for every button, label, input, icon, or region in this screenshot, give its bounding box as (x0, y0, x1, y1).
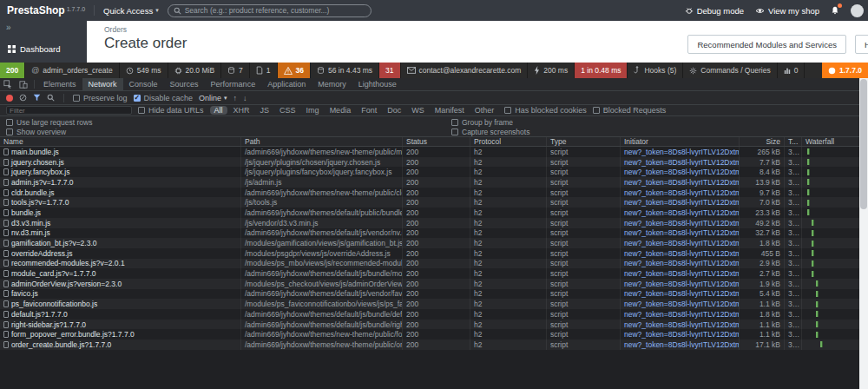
missing-translations-segment[interactable]: 31 (379, 63, 400, 78)
disable-cache-checkbox[interactable]: Disable cache (134, 94, 194, 102)
clear-icon[interactable] (19, 94, 27, 102)
table-row[interactable]: d3.v3.min.js/js/vendor/d3.v3.min.js200h2… (0, 218, 859, 228)
request-initiator[interactable]: new?_token=8Ds8l-lvyrITLV12DxtmQsoPTxvhv… (621, 299, 740, 309)
tab-console[interactable]: Console (123, 78, 164, 90)
column-header-time[interactable]: T... (785, 137, 802, 146)
ajax-segment[interactable]: 200 ms (528, 63, 575, 78)
request-initiator[interactable]: new?_token=8Ds8l-lvyrITLV12DxtmQsoPTxvhv… (621, 309, 740, 320)
request-initiator[interactable]: new?_token=8Ds8l-lvyrITLV12DxtmQsoPTxvhv… (621, 218, 740, 228)
recommended-modules-button[interactable]: Recommended Modules and Services (687, 35, 846, 54)
warnings-segment[interactable]: 36 (278, 63, 311, 78)
filter-input[interactable] (6, 106, 132, 115)
table-row[interactable]: bundle.js/admin669/jyhdoxw/themes/defaul… (0, 208, 859, 218)
notifications-button[interactable] (831, 5, 839, 16)
http-status-segment[interactable]: 200 (0, 63, 25, 78)
request-initiator[interactable]: new?_token=8Ds8l-lvyrITLV12DxtmQsoPTxvhv… (621, 340, 740, 350)
commands-segment[interactable]: Commands / Queries (683, 63, 777, 78)
column-header-path[interactable]: Path (241, 137, 403, 146)
filter-pill-doc[interactable]: Doc (383, 106, 405, 115)
use-large-request-rows-checkbox[interactable]: Use large request rows (6, 118, 92, 127)
route-segment[interactable]: @ admin_orders_create (25, 63, 119, 78)
show-overview-checkbox[interactable]: Show overview (6, 128, 66, 136)
request-initiator[interactable]: new?_token=8Ds8l-lvyrITLV12DxtmQsoPTxvhv… (621, 208, 740, 218)
filter-pill-other[interactable]: Other (470, 106, 499, 115)
table-row[interactable]: overrideAddress.js/modules/psgdpr/views/… (0, 248, 859, 259)
filter-pill-manifest[interactable]: Manifest (431, 106, 469, 115)
filter-pill-css[interactable]: CSS (275, 106, 300, 115)
filter-pill-all[interactable]: All (210, 106, 227, 115)
table-row[interactable]: tools.js?v=1.7.7.0/js/tools.js200h2scrip… (0, 197, 859, 208)
tab-network[interactable]: Network (82, 78, 123, 90)
column-header-init[interactable]: Initiator (621, 137, 740, 146)
group-by-frame-checkbox[interactable]: Group by frame (451, 118, 513, 127)
request-initiator[interactable]: new?_token=8Ds8l-lvyrITLV12DxtmQsoPTxvhv… (621, 147, 740, 157)
filter-pill-xhr[interactable]: XHR (229, 106, 254, 115)
request-initiator[interactable]: new?_token=8Ds8l-lvyrITLV12DxtmQsoPTxvhv… (621, 248, 740, 259)
table-row[interactable]: form_popover_error.bundle.js?1.7.7.0/adm… (0, 329, 859, 340)
column-header-size[interactable]: Size (740, 137, 785, 146)
record-button[interactable] (6, 95, 13, 102)
filter-pill-js[interactable]: JS (256, 106, 274, 115)
sidebar-item-dashboard[interactable]: Dashboard (8, 44, 60, 54)
preserve-log-checkbox[interactable]: Preserve log (73, 94, 128, 102)
filter-pill-ws[interactable]: WS (407, 106, 429, 115)
scrollbar[interactable] (859, 78, 868, 389)
help-button[interactable]: Help (855, 35, 868, 54)
doc-count-segment[interactable]: 1 (250, 63, 278, 78)
request-initiator[interactable]: new?_token=8Ds8l-lvyrITLV12DxtmQsoPTxvhv… (621, 177, 740, 188)
memory-segment[interactable]: 20.0 MiB (168, 63, 222, 78)
request-initiator[interactable]: new?_token=8Ds8l-lvyrITLV12DxtmQsoPTxvhv… (621, 268, 740, 279)
request-initiator[interactable]: new?_token=8Ds8l-lvyrITLV12DxtmQsoPTxvhv… (621, 228, 740, 239)
request-initiator[interactable]: new?_token=8Ds8l-lvyrITLV12DxtmQsoPTxvhv… (621, 259, 740, 269)
column-header-proto[interactable]: Protocol (470, 137, 547, 146)
request-initiator[interactable]: new?_token=8Ds8l-lvyrITLV12DxtmQsoPTxvhv… (621, 188, 740, 198)
export-har-icon[interactable]: ↓ (243, 94, 247, 102)
table-row[interactable]: nv.d3.min.js/admin669/jyhdoxw/themes/def… (0, 228, 859, 239)
tab-application[interactable]: Application (261, 78, 312, 90)
column-header-name[interactable]: Name (0, 137, 241, 146)
table-row[interactable]: module_card.js?v=1.7.7.0/admin669/jyhdox… (0, 268, 859, 279)
table-row[interactable]: gamification_bt.js?v=2.3.0/modules/gamif… (0, 238, 859, 248)
table-row[interactable]: right-sidebar.js?1.7.7.0/admin669/jyhdox… (0, 320, 859, 330)
device-toolbar-icon[interactable] (16, 78, 31, 90)
request-initiator[interactable]: new?_token=8Ds8l-lvyrITLV12DxtmQsoPTxvhv… (621, 279, 740, 289)
search-input[interactable] (185, 6, 365, 15)
prestashop-logo[interactable]: PrestaShop 1.7.7.0 (7, 4, 85, 16)
request-initiator[interactable]: new?_token=8Ds8l-lvyrITLV12DxtmQsoPTxvhv… (621, 289, 740, 300)
throttling-select[interactable]: Online ▾ (199, 94, 227, 102)
view-my-shop-button[interactable]: View my shop (755, 6, 819, 16)
table-row[interactable]: recommended-modules.js?v=2.0.1/modules/p… (0, 259, 859, 269)
db-count-segment[interactable]: 7 (221, 63, 250, 78)
exceptions-segment[interactable]: 1 in 0.48 ms (575, 63, 628, 78)
network-search-icon[interactable] (47, 94, 55, 102)
table-row[interactable]: jquery.fancybox.js/js/jquery/plugins/fan… (0, 167, 859, 177)
ps-version-segment[interactable]: 1.7.7.0 (822, 63, 868, 78)
filter-pill-media[interactable]: Media (326, 106, 356, 115)
email-segment[interactable]: contact@alexandrecarette.com (401, 63, 529, 78)
table-row[interactable]: admin.js?v=1.7.7.0/js/admin.js200h2scrip… (0, 177, 859, 188)
request-initiator[interactable]: new?_token=8Ds8l-lvyrITLV12DxtmQsoPTxvhv… (621, 157, 740, 168)
capture-screenshots-checkbox[interactable]: Capture screenshots (451, 128, 529, 136)
table-row[interactable]: adminOrderView.js?version=2.3.0/modules/… (0, 279, 859, 289)
request-initiator[interactable]: new?_token=8Ds8l-lvyrITLV12DxtmQsoPTxvhv… (621, 167, 740, 177)
tab-performance[interactable]: Performance (205, 78, 262, 90)
table-row[interactable]: main.bundle.js/admin669/jyhdoxw/themes/n… (0, 147, 859, 157)
column-header-status[interactable]: Status (403, 137, 470, 146)
request-initiator[interactable]: new?_token=8Ds8l-lvyrITLV12DxtmQsoPTxvhv… (621, 238, 740, 248)
table-row[interactable]: jquery.chosen.js/js/jquery/plugins/chose… (0, 157, 859, 168)
table-row[interactable]: ps_faviconnotificationbo.js/modules/ps_f… (0, 299, 859, 309)
column-header-type[interactable]: Type (547, 137, 621, 146)
avatar[interactable] (851, 4, 864, 17)
request-initiator[interactable]: new?_token=8Ds8l-lvyrITLV12DxtmQsoPTxvhv… (621, 329, 740, 340)
tab-sources[interactable]: Sources (164, 78, 205, 90)
filter-pill-img[interactable]: Img (302, 106, 324, 115)
sidebar-collapse-icon[interactable]: » (6, 23, 11, 32)
inspect-element-icon[interactable] (0, 78, 16, 90)
tab-elements[interactable]: Elements (37, 78, 82, 90)
import-har-icon[interactable]: ↑ (233, 94, 238, 102)
tab-lighthouse[interactable]: Lighthouse (352, 78, 403, 90)
counter-segment[interactable]: 0 (778, 63, 806, 78)
scrollbar-thumb[interactable] (860, 79, 867, 209)
table-row[interactable]: favico.js/admin669/jyhdoxw/themes/defaul… (0, 289, 859, 300)
table-row[interactable]: order_create.bundle.js?1.7.7.0/admin669/… (0, 340, 859, 350)
